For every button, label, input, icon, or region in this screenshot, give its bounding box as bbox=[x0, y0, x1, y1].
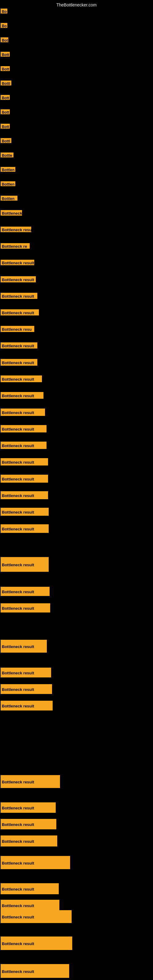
bottleneck-item-27: Bottleneck result bbox=[1, 409, 45, 416]
bottleneck-item-50: Bottleneck result bbox=[1, 937, 72, 950]
bottleneck-item-2: Bo bbox=[1, 23, 7, 28]
bottleneck-item-40: Bottleneck result bbox=[1, 684, 52, 694]
bottleneck-item-12: Bottlen bbox=[1, 167, 15, 172]
bottleneck-item-32: Bottleneck result bbox=[1, 491, 48, 499]
bottleneck-item-25: Bottleneck result bbox=[1, 375, 42, 382]
bottleneck-item-5: Bott bbox=[1, 66, 10, 71]
bottleneck-item-14: Bottlen bbox=[1, 196, 18, 200]
bottleneck-item-4: Bott bbox=[1, 52, 10, 57]
bottleneck-item-49: Bottleneck result bbox=[1, 910, 72, 923]
bottleneck-item-41: Bottleneck result bbox=[1, 701, 53, 711]
bottleneck-item-48: Bottleneck result bbox=[1, 900, 59, 911]
bottleneck-item-6: Bottl bbox=[1, 81, 11, 86]
bottleneck-item-15: Bottleneck bbox=[1, 210, 22, 216]
bottleneck-item-31: Bottleneck result bbox=[1, 475, 48, 483]
bottleneck-item-21: Bottleneck result bbox=[1, 309, 39, 315]
bottleneck-item-18: Bottleneck result bbox=[1, 260, 34, 265]
bottleneck-item-19: Bottleneck result bbox=[1, 276, 36, 282]
bottleneck-item-26: Bottleneck result bbox=[1, 392, 43, 399]
bottleneck-item-7: Bott bbox=[1, 95, 10, 100]
bottleneck-item-16: Bottleneck resu bbox=[1, 227, 31, 232]
bottleneck-item-45: Bottleneck result bbox=[1, 835, 57, 846]
bottleneck-item-22: Bottleneck resu bbox=[1, 326, 34, 332]
bottleneck-item-24: Bottleneck result bbox=[1, 359, 37, 366]
bottleneck-item-1: Bo bbox=[1, 9, 7, 13]
bottleneck-item-51: Bottleneck result bbox=[1, 964, 69, 978]
bottleneck-item-20: Bottleneck result bbox=[1, 293, 37, 299]
bottleneck-item-46: Bottleneck result bbox=[1, 856, 70, 869]
bottleneck-item-9: Bott bbox=[1, 124, 10, 129]
bottleneck-item-10: Bottl bbox=[1, 138, 11, 143]
bottleneck-item-17: Bottleneck re bbox=[1, 243, 30, 249]
bottleneck-item-37: Bottleneck result bbox=[1, 603, 50, 612]
bottleneck-item-11: Bottle bbox=[1, 153, 13, 158]
bottleneck-item-36: Bottleneck result bbox=[1, 587, 49, 596]
bottleneck-item-28: Bottleneck result bbox=[1, 425, 46, 433]
bottleneck-item-3: Bot bbox=[1, 37, 8, 42]
bottleneck-item-44: Bottleneck result bbox=[1, 819, 56, 829]
site-title: TheBottlenecker.com bbox=[56, 2, 97, 7]
bottleneck-item-42: Bottleneck result bbox=[1, 775, 60, 788]
bottleneck-item-30: Bottleneck result bbox=[1, 458, 48, 466]
bottleneck-item-35: Bottleneck result bbox=[1, 557, 49, 572]
bottleneck-item-33: Bottleneck result bbox=[1, 508, 49, 516]
bottleneck-item-34: Bottleneck result bbox=[1, 524, 49, 533]
bottleneck-item-43: Bottleneck result bbox=[1, 802, 56, 813]
bottleneck-item-8: Bott bbox=[1, 109, 10, 114]
bottleneck-item-39: Bottleneck result bbox=[1, 668, 51, 678]
bottleneck-item-38: Bottleneck result bbox=[1, 640, 47, 652]
bottleneck-item-29: Bottleneck result bbox=[1, 442, 46, 449]
bottleneck-item-23: Bottleneck result bbox=[1, 342, 37, 348]
bottleneck-item-13: Bottlen bbox=[1, 181, 15, 186]
bottleneck-item-47: Bottleneck result bbox=[1, 883, 59, 894]
